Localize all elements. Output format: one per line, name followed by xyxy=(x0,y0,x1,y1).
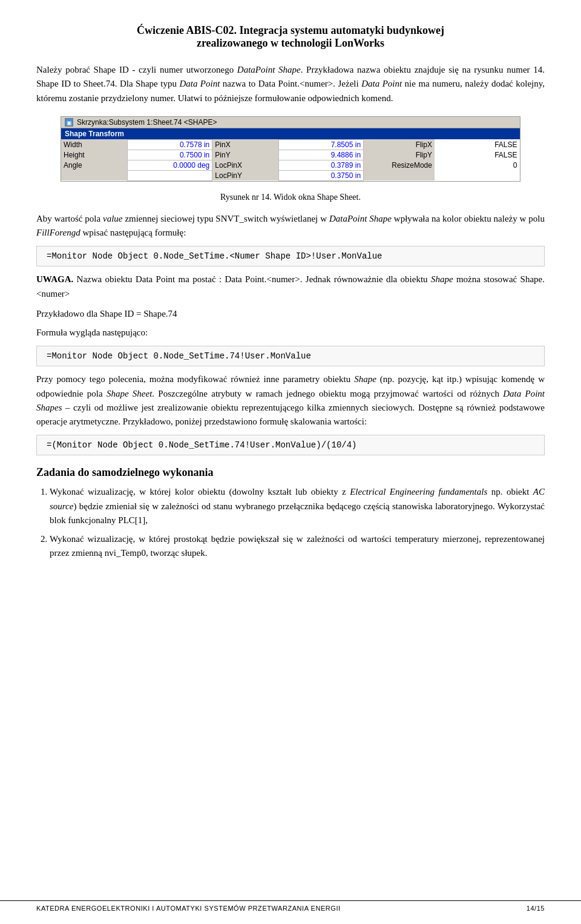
task-list: Wykonać wizualizację, w której kolor obi… xyxy=(36,485,545,560)
p1-text-start: Należy pobrać Shape ID - czyli numer utw… xyxy=(36,65,545,103)
cell-value-flipy: FALSE xyxy=(435,150,520,160)
cell-value-pinx: 7.8505 in xyxy=(278,139,364,150)
code-text-3: =(Monitor Node Object 0.Node_SetTime.74!… xyxy=(47,440,356,450)
uwaga-paragraph: UWAGA. Nazwa obiektu Data Point ma posta… xyxy=(36,272,545,301)
paragraph-1: Należy pobrać Shape ID - czyli numer utw… xyxy=(36,63,545,105)
cell-label-height: Height xyxy=(61,150,127,160)
cell-value-height: 0.7500 in xyxy=(127,150,212,160)
table-row: Angle 0.0000 deg LocPinX 0.3789 in Resiz… xyxy=(61,160,520,170)
shape-sheet-section-header: Shape Transform xyxy=(61,128,520,139)
code-box-3: =(Monitor Node Object 0.Node_SetTime.74!… xyxy=(36,435,545,455)
cell-label-empty2 xyxy=(364,170,435,180)
cell-value-locpiny: 0.3750 in xyxy=(278,170,364,180)
table-row: Width 0.7578 in PinX 7.8505 in FlipX FAL… xyxy=(61,139,520,150)
paragraph-2: Aby wartość pola value zmiennej sieciowe… xyxy=(36,212,545,240)
cell-label-piny: PinY xyxy=(212,150,278,160)
paragraph-5: Przy pomocy tego polecenia, można modyfi… xyxy=(36,372,545,429)
cell-label-locpinx: LocPinX xyxy=(212,160,278,170)
list-item-1: Wykonać wizualizację, w której kolor obi… xyxy=(50,485,545,527)
cell-label-empty1 xyxy=(61,170,127,180)
cell-value-empty1 xyxy=(127,170,212,180)
p4-text: Formuła wygląda następująco: xyxy=(36,326,545,340)
shape-sheet-table: Width 0.7578 in PinX 7.8505 in FlipX FAL… xyxy=(61,139,520,181)
shape-sheet-figure: ▣ Skrzynka:Subsystem 1:Sheet.74 <SHAPE> … xyxy=(61,116,520,182)
code-text-2: =Monitor Node Object 0.Node_SetTime.74!U… xyxy=(47,351,311,361)
cell-value-width: 0.7578 in xyxy=(127,139,212,150)
page-footer: Katedra Energoelektroniki i Automatyki S… xyxy=(0,900,581,912)
cell-value-locpinx: 0.3789 in xyxy=(278,160,364,170)
code-box-1: =Monitor Node Object 0.Node_SetTime.<Num… xyxy=(36,246,545,266)
cell-value-flipx: FALSE xyxy=(435,139,520,150)
code-box-2: =Monitor Node Object 0.Node_SetTime.74!U… xyxy=(36,346,545,366)
cell-label-width: Width xyxy=(61,139,127,150)
cell-label-locpiny: LocPinY xyxy=(212,170,278,180)
header-title-line1: Ćwiczenie ABIS-C02. Integracja systemu a… xyxy=(36,24,545,37)
footer-left-text: Katedra Energoelektroniki i Automatyki S… xyxy=(36,905,341,912)
cell-value-empty2 xyxy=(435,170,520,180)
uwaga-label: UWAGA. xyxy=(36,274,73,284)
paragraph-3: Przykładowo dla Shape ID = Shape.74 Form… xyxy=(36,307,545,340)
table-row: LocPinY 0.3750 in xyxy=(61,170,520,180)
uwaga-text: Nazwa obiektu Data Point ma postać : Dat… xyxy=(36,274,545,298)
cell-label-flipx: FlipX xyxy=(364,139,435,150)
shape-sheet-title: Skrzynka:Subsystem 1:Sheet.74 <SHAPE> xyxy=(77,118,217,127)
list-item-2: Wykonać wizualizację, w której prostokąt… xyxy=(50,532,545,561)
window-icon: ▣ xyxy=(65,118,73,127)
page: Ćwiczenie ABIS-C02. Integracja systemu a… xyxy=(0,0,581,924)
figure-caption: Rysunek nr 14. Widok okna Shape Sheet. xyxy=(36,193,545,202)
cell-label-pinx: PinX xyxy=(212,139,278,150)
table-row: Height 0.7500 in PinY 9.4886 in FlipY FA… xyxy=(61,150,520,160)
page-header: Ćwiczenie ABIS-C02. Integracja systemu a… xyxy=(36,24,545,50)
cell-label-flipy: FlipY xyxy=(364,150,435,160)
footer-right-text: 14/15 xyxy=(527,905,545,912)
cell-value-resizemode: 0 xyxy=(435,160,520,170)
header-title-line2: zrealizowanego w technologii LonWorks xyxy=(36,37,545,50)
p3-text: Przykładowo dla Shape ID = Shape.74 xyxy=(36,307,545,321)
cell-label-angle: Angle xyxy=(61,160,127,170)
cell-value-piny: 9.4886 in xyxy=(278,150,364,160)
shape-sheet-titlebar: ▣ Skrzynka:Subsystem 1:Sheet.74 <SHAPE> xyxy=(61,117,520,128)
code-text-1: =Monitor Node Object 0.Node_SetTime.<Num… xyxy=(47,251,382,261)
section-title: Zadania do samodzielnego wykonania xyxy=(36,466,545,479)
cell-label-resizemode: ResizeMode xyxy=(364,160,435,170)
cell-value-angle: 0.0000 deg xyxy=(127,160,212,170)
